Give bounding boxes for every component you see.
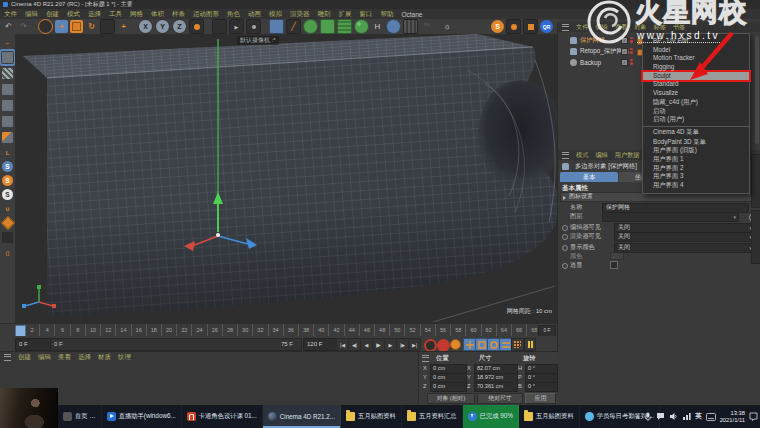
chevron-down-icon[interactable]: ▾ — [733, 214, 736, 221]
taskbar-item[interactable]: Cinema 4D R21.2... — [263, 405, 341, 428]
layout-menu-item[interactable]: Visualize — [643, 89, 749, 98]
points-mode-icon[interactable] — [1, 99, 14, 112]
mograph-icon[interactable] — [354, 19, 369, 34]
floor-array-icon[interactable] — [403, 19, 418, 34]
taskbar-item[interactable]: 五月贴图资料 — [341, 405, 402, 428]
taskbar-item[interactable]: 首页 … — [58, 405, 102, 428]
spline-pen-icon[interactable] — [386, 19, 401, 34]
taskbar-item[interactable]: 五月贴图资料 — [519, 405, 580, 428]
last-tool-icon[interactable] — [100, 19, 115, 34]
camera-icon[interactable]: °° — [420, 20, 433, 33]
coord-mode-select[interactable]: 对象 (相对) — [427, 393, 475, 404]
octane-qr-icon[interactable]: QR — [540, 20, 553, 33]
object-name[interactable]: Backup — [580, 59, 601, 66]
menu-item[interactable]: 运动图形 — [193, 10, 219, 19]
panel-menu-icon[interactable] — [562, 24, 569, 31]
octane-settings-icon[interactable] — [523, 19, 538, 34]
timeline-window-button[interactable] — [524, 338, 536, 351]
rotate-tool-icon[interactable]: ↻ — [85, 20, 98, 33]
redo-icon[interactable]: ↷ — [17, 20, 30, 33]
attribute-menu-item[interactable]: 用户数据 — [615, 151, 640, 160]
menu-item[interactable]: Octane — [402, 11, 423, 18]
enable-snap-icon[interactable]: S — [2, 161, 13, 172]
material-menu-item[interactable]: 查看 — [58, 353, 71, 362]
material-menu-item[interactable]: 编辑 — [38, 353, 51, 362]
chat-icon[interactable] — [656, 412, 665, 421]
tray-clock[interactable]: 13:382021/1/11 — [720, 410, 745, 423]
range-slider[interactable]: 0 F 75 F — [50, 338, 302, 351]
layout-menu-item[interactable]: 启动 — [643, 107, 749, 116]
layout-menu-item[interactable]: 用户界面 2 — [643, 164, 749, 173]
microphone-icon[interactable] — [644, 412, 652, 421]
live-selection-icon[interactable] — [38, 19, 53, 34]
layout-menu-item[interactable]: 用户界面 (旧版) — [643, 146, 749, 155]
object-manager-menu-item[interactable]: 编辑 — [595, 23, 607, 32]
attribute-menu-item[interactable]: 编辑 — [595, 151, 607, 160]
snap-plus-icon[interactable]: + — [117, 20, 130, 33]
move-tool-icon[interactable]: + — [55, 20, 68, 33]
key-pla-toggle[interactable] — [511, 338, 524, 351]
input-language-indicator[interactable]: 英 — [695, 412, 702, 421]
menu-item[interactable]: 雕刻 — [318, 10, 331, 19]
visibility-dots[interactable] — [630, 37, 633, 44]
magnet-icon[interactable]: ∪ — [2, 203, 13, 214]
camera-label[interactable]: 默认摄像机 :* — [237, 36, 279, 45]
side-tab[interactable] — [751, 210, 760, 264]
taskbar-item[interactable]: 五月资料汇总 — [402, 405, 463, 428]
menu-item[interactable]: 渲染器 — [290, 10, 310, 19]
snap-mode-icon[interactable]: S — [2, 175, 13, 186]
layout-menu-item[interactable]: Cinema 4D 菜单 — [643, 126, 749, 138]
keyframe-selection-button[interactable] — [450, 339, 461, 350]
render-settings-icon[interactable] — [246, 19, 261, 34]
tab-basic[interactable]: 基本 — [560, 172, 618, 182]
menu-item[interactable]: 文件 — [4, 10, 17, 19]
menu-item[interactable]: 网格 — [130, 10, 143, 19]
xray-checkbox[interactable] — [610, 261, 618, 269]
edges-mode-icon[interactable] — [1, 115, 14, 128]
menu-item[interactable]: 模式 — [67, 10, 80, 19]
scale-tool-icon[interactable] — [70, 20, 83, 33]
keyframe-dot-icon[interactable] — [562, 225, 568, 231]
viewport[interactable]: 默认摄像机 :* 网格间距 : 10 cm — [15, 34, 558, 323]
menu-item[interactable]: 角色 — [227, 10, 240, 19]
render-visibility-select[interactable]: 关闭▾ — [614, 232, 755, 242]
pos-z-input[interactable]: 0 cm — [430, 382, 467, 392]
attribute-menu-item[interactable]: 模式 — [576, 151, 588, 160]
enable-checkbox[interactable]: ✓ — [621, 48, 628, 55]
current-frame-input[interactable]: 0 F — [15, 338, 51, 351]
material-menu-item[interactable]: 材质 — [98, 353, 111, 362]
panel-menu-icon[interactable] — [562, 152, 569, 159]
lock-x-icon[interactable]: X — [138, 19, 153, 34]
color-swatch[interactable] — [610, 252, 624, 260]
render-view-icon[interactable] — [212, 19, 227, 34]
goto-end-button[interactable]: ▶| — [408, 338, 421, 351]
polygons-mode-icon[interactable] — [1, 131, 14, 144]
panel-menu-icon[interactable] — [4, 354, 11, 361]
panel-menu-icon[interactable] — [422, 355, 429, 362]
taskbar-item[interactable]: 已完成 90% — [463, 405, 519, 428]
subdivision-surface-icon[interactable] — [303, 19, 318, 34]
light-icon[interactable]: ☼ — [441, 20, 454, 33]
object-manager-menu-item[interactable]: 查看 — [615, 23, 627, 32]
enable-axis-icon[interactable]: L — [2, 147, 13, 158]
generator-icon[interactable] — [320, 19, 335, 34]
layout-menu-item[interactable]: 用户界面 3 — [643, 172, 749, 181]
apply-button[interactable]: 应用 — [525, 393, 556, 404]
side-tab[interactable] — [751, 154, 760, 208]
object-name[interactable]: 保护网格 — [580, 36, 605, 45]
menu-item[interactable]: 窗口 — [360, 10, 373, 19]
material-menu-item[interactable]: 选择 — [78, 353, 91, 362]
undo-icon[interactable]: ↶ — [2, 20, 15, 33]
layer-input[interactable]: ▾ — [602, 212, 739, 222]
make-editable-icon[interactable]: ⌐ — [2, 37, 13, 48]
visibility-dots[interactable] — [630, 48, 633, 55]
snap-settings-icon[interactable]: S — [2, 189, 13, 200]
render-picture-viewer-icon[interactable]: ▶ — [229, 19, 244, 34]
network-icon[interactable] — [682, 412, 691, 421]
menu-item[interactable]: 模拟 — [269, 10, 282, 19]
texture-mode-icon[interactable] — [1, 67, 14, 80]
enable-checkbox[interactable]: ✓ — [621, 37, 628, 44]
menu-item[interactable]: 动画 — [248, 10, 261, 19]
add-cube-icon[interactable] — [269, 19, 284, 34]
workplane-icon[interactable] — [2, 217, 13, 228]
